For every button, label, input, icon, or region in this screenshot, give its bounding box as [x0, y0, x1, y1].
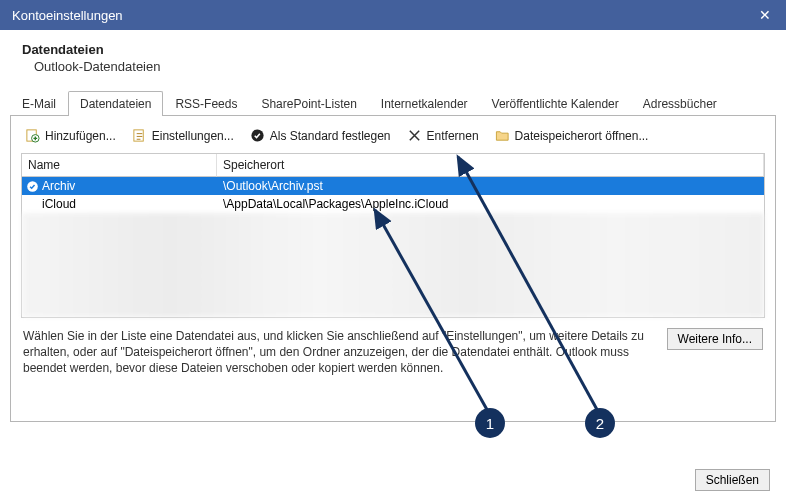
tab-email[interactable]: E-Mail: [10, 91, 68, 116]
set-default-button[interactable]: Als Standard festlegen: [250, 128, 391, 143]
bottom-area: Wählen Sie in der Liste eine Datendatei …: [21, 318, 765, 377]
row-location: \Outlook\Archiv.pst: [217, 179, 764, 193]
more-info-button[interactable]: Weitere Info...: [667, 328, 763, 350]
heading-subtitle: Outlook-Datendateien: [22, 59, 764, 74]
openloc-label: Dateispeicherort öffnen...: [515, 129, 649, 143]
column-name[interactable]: Name: [22, 154, 217, 177]
row-name: iCloud: [42, 197, 217, 211]
data-table: Name Speicherort Archiv \Outlook\Archiv.…: [21, 153, 765, 318]
remove-label: Entfernen: [427, 129, 479, 143]
folder-open-icon: [495, 128, 510, 143]
description-text: Wählen Sie in der Liste eine Datendatei …: [23, 328, 657, 377]
heading-title: Datendateien: [22, 42, 764, 57]
open-location-button[interactable]: Dateispeicherort öffnen...: [495, 128, 649, 143]
add-file-icon: [25, 128, 40, 143]
toolbar: Hinzufügen... Einstellungen... Als Stand…: [21, 126, 765, 153]
redacted-rows: [22, 213, 764, 317]
table-body: Archiv \Outlook\Archiv.pst iCloud \AppDa…: [22, 177, 764, 317]
tab-rss[interactable]: RSS-Feeds: [163, 91, 249, 116]
tabstrip: E-Mail Datendateien RSS-Feeds SharePoint…: [10, 90, 776, 116]
close-button[interactable]: Schließen: [695, 469, 770, 491]
checkmark-circle-icon: [250, 128, 265, 143]
settings-button[interactable]: Einstellungen...: [132, 128, 234, 143]
close-icon[interactable]: ✕: [756, 7, 774, 23]
settings-file-icon: [132, 128, 147, 143]
titlebar: Kontoeinstellungen ✕: [0, 0, 786, 30]
table-row[interactable]: Archiv \Outlook\Archiv.pst: [22, 177, 764, 195]
default-indicator-icon: [22, 180, 42, 193]
callout-2: 2: [585, 408, 615, 438]
add-button[interactable]: Hinzufügen...: [25, 128, 116, 143]
settings-label: Einstellungen...: [152, 129, 234, 143]
remove-button[interactable]: Entfernen: [407, 128, 479, 143]
window-title: Kontoeinstellungen: [12, 8, 123, 23]
tab-published-calendar[interactable]: Veröffentlichte Kalender: [480, 91, 631, 116]
tab-datafiles[interactable]: Datendateien: [68, 91, 163, 116]
tab-sharepoint[interactable]: SharePoint-Listen: [249, 91, 368, 116]
add-label: Hinzufügen...: [45, 129, 116, 143]
default-label: Als Standard festlegen: [270, 129, 391, 143]
tab-panel: Hinzufügen... Einstellungen... Als Stand…: [10, 116, 776, 422]
remove-x-icon: [407, 128, 422, 143]
page-heading: Datendateien Outlook-Datendateien: [0, 30, 786, 82]
row-location: \AppData\Local\Packages\AppleInc.iCloud: [217, 197, 764, 211]
table-header: Name Speicherort: [22, 154, 764, 177]
tab-addressbooks[interactable]: Adressbücher: [631, 91, 729, 116]
footer: Schließen: [695, 469, 770, 491]
tab-internet-calendar[interactable]: Internetkalender: [369, 91, 480, 116]
table-row[interactable]: iCloud \AppData\Local\Packages\AppleInc.…: [22, 195, 764, 213]
row-name: Archiv: [42, 179, 217, 193]
column-location[interactable]: Speicherort: [217, 154, 764, 177]
callout-1: 1: [475, 408, 505, 438]
